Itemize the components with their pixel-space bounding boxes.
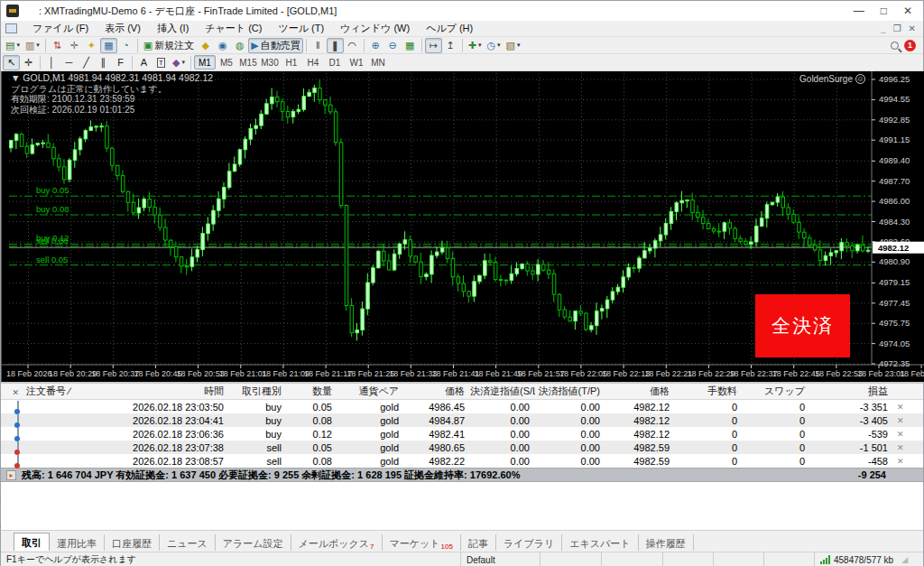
close-position-icon[interactable]: ✕ bbox=[893, 457, 924, 466]
terminal-button[interactable]: ▦ bbox=[100, 38, 117, 53]
menu-item[interactable]: ウィンドウ (W) bbox=[332, 21, 418, 35]
autotrading-button[interactable]: ▶自動売買 bbox=[248, 38, 302, 53]
market-watch-button[interactable]: ⇅ bbox=[49, 38, 66, 53]
menu-item[interactable]: 表示 (V) bbox=[97, 21, 149, 35]
ea-smiley-icon[interactable]: ☺ bbox=[855, 74, 865, 84]
timeframe-m30[interactable]: M30 bbox=[259, 55, 281, 70]
column-header[interactable]: 価格 bbox=[605, 385, 675, 398]
text-button[interactable]: A bbox=[135, 55, 152, 70]
data-window-button[interactable]: ✛ bbox=[66, 38, 83, 53]
column-header[interactable]: 数量 bbox=[287, 385, 337, 398]
chart-shift-button[interactable]: ↥ bbox=[442, 38, 459, 53]
close-position-icon[interactable]: ✕ bbox=[893, 443, 924, 452]
notification-badge[interactable]: 1 bbox=[904, 40, 916, 51]
terminal-tab[interactable]: 操作履歴 bbox=[639, 534, 694, 551]
strategy-tester-button[interactable]: ◔ bbox=[117, 38, 134, 53]
timeframe-m1[interactable]: M1 bbox=[194, 55, 216, 70]
minimize-button[interactable]: — bbox=[854, 5, 864, 17]
terminal-tab[interactable]: 取引 bbox=[14, 533, 50, 551]
bar-chart-button[interactable]: ‖ bbox=[310, 38, 327, 53]
signals-button[interactable]: ◍ bbox=[231, 38, 248, 53]
metaeditor-button[interactable]: ◆ bbox=[197, 38, 214, 53]
terminal-tab[interactable]: マーケット105 bbox=[383, 534, 461, 551]
order-row[interactable]: 2026.02.18 23:07:38sell0.05gold4980.650.… bbox=[1, 441, 923, 454]
periods-button[interactable]: ◷▾ bbox=[484, 38, 503, 53]
trendline-button[interactable]: ╱ bbox=[78, 55, 95, 70]
candlestick-chart-button[interactable]: ❚ bbox=[327, 38, 344, 53]
timeframe-h1[interactable]: H1 bbox=[281, 55, 302, 70]
auto-scroll-button[interactable]: ↦ bbox=[425, 38, 442, 53]
order-row[interactable]: 2026.02.18 23:04:41buy0.08gold4984.870.0… bbox=[1, 413, 923, 427]
vertical-line-button[interactable]: │ bbox=[43, 55, 60, 70]
time-axis-label: 18 Feb 22:21 bbox=[644, 369, 692, 378]
status-profile[interactable]: Default bbox=[461, 552, 541, 566]
tile-windows-button[interactable]: ▦ bbox=[402, 38, 419, 53]
community-button[interactable]: ◉ bbox=[214, 38, 231, 53]
new-order-button[interactable]: ▣新規注文 bbox=[141, 38, 197, 53]
menu-item[interactable]: ツール (T) bbox=[270, 21, 332, 35]
balance-expand-icon[interactable]: ▸ bbox=[6, 470, 16, 480]
menu-item[interactable]: ヘルプ (H) bbox=[418, 21, 481, 35]
channel-button[interactable]: ∥ bbox=[95, 55, 112, 70]
timeframe-d1[interactable]: D1 bbox=[324, 55, 346, 70]
chart-canvas[interactable]: buy 0.05buy 0.08buy 0.12sell 0.05sell 0.… bbox=[1, 71, 923, 382]
close-button[interactable]: ✕ bbox=[903, 5, 912, 17]
terminal-tab[interactable]: エキスパート bbox=[562, 534, 638, 551]
indicators-button[interactable]: ✚▾ bbox=[466, 38, 485, 53]
line-chart-button[interactable]: ◠ bbox=[344, 38, 361, 53]
timeframe-mn[interactable]: MN bbox=[367, 55, 389, 70]
profiles-button[interactable]: ▥▾ bbox=[23, 38, 42, 53]
mdi-restore-button[interactable]: ❐ bbox=[893, 23, 901, 33]
column-header[interactable]: 時間 bbox=[128, 385, 229, 398]
timeframe-m5[interactable]: M5 bbox=[216, 55, 237, 70]
terminal-tab[interactable]: 記事 bbox=[461, 534, 496, 551]
column-header[interactable]: 価格 bbox=[404, 385, 470, 398]
terminal-close-icon[interactable]: ✕ bbox=[9, 388, 19, 397]
terminal-tab[interactable]: 運用比率 bbox=[50, 534, 105, 551]
column-header[interactable]: 通貨ペア bbox=[337, 385, 404, 398]
terminal-tab[interactable]: ニュース bbox=[160, 534, 216, 551]
timeframe-w1[interactable]: W1 bbox=[346, 55, 367, 70]
timeframe-h4[interactable]: H4 bbox=[302, 55, 324, 70]
order-row[interactable]: 2026.02.18 23:03:50buy0.05gold4986.450.0… bbox=[1, 400, 923, 413]
resize-grip[interactable] bbox=[897, 555, 908, 564]
close-position-icon[interactable]: ✕ bbox=[893, 430, 924, 439]
column-header[interactable]: 決済逆指値(S/L) bbox=[470, 385, 535, 398]
terminal-tab[interactable]: メールボックス7 bbox=[291, 534, 383, 551]
terminal-tab[interactable]: 口座履歴 bbox=[105, 534, 160, 551]
timeframe-m15[interactable]: M15 bbox=[237, 55, 259, 70]
mdi-close-button[interactable]: ✕ bbox=[909, 23, 916, 33]
column-header[interactable]: 損益 bbox=[810, 385, 893, 398]
new-chart-button[interactable]: ▤▾ bbox=[3, 38, 23, 53]
maximize-button[interactable]: □ bbox=[881, 5, 887, 17]
menu-item[interactable]: ファイル (F) bbox=[24, 21, 97, 35]
column-header[interactable]: 決済指値(T/P) bbox=[535, 385, 605, 398]
close-position-icon[interactable]: ✕ bbox=[893, 403, 924, 412]
terminal-tab[interactable]: ライブラリ bbox=[496, 534, 562, 551]
crosshair-button[interactable]: ✛ bbox=[20, 55, 37, 70]
navigator-button[interactable]: ✦ bbox=[83, 38, 100, 53]
order-row[interactable]: 2026.02.18 23:06:36buy0.12gold4982.410.0… bbox=[1, 427, 923, 441]
terminal-tab[interactable]: アラーム設定 bbox=[216, 534, 291, 551]
column-header[interactable]: 取引種別 bbox=[229, 385, 287, 398]
mdi-minimize-button[interactable]: _ bbox=[881, 23, 886, 33]
new-chart-icon: ▤ bbox=[5, 41, 14, 51]
zoom-in-button[interactable]: ⊕ bbox=[367, 38, 384, 53]
cursor-button[interactable]: ↖ bbox=[3, 55, 20, 70]
price-axis-label: 4974.05 bbox=[879, 339, 910, 348]
text-label-button[interactable]: T bbox=[152, 55, 170, 70]
order-row[interactable]: 2026.02.18 23:08:57sell0.08gold4982.220.… bbox=[1, 454, 923, 468]
fibonacci-button[interactable]: F bbox=[112, 55, 129, 70]
horizontal-line-button[interactable]: ─ bbox=[60, 55, 78, 70]
arrows-button[interactable]: ◆▾ bbox=[170, 55, 188, 70]
column-header[interactable]: 注文番号 ∕ bbox=[24, 385, 128, 398]
column-header[interactable]: スワップ bbox=[743, 385, 810, 398]
close-all-button[interactable]: 全決済 bbox=[755, 294, 850, 357]
close-position-icon[interactable]: ✕ bbox=[893, 416, 924, 425]
menu-item[interactable]: 挿入 (I) bbox=[149, 21, 197, 35]
column-header[interactable]: 手数料 bbox=[675, 385, 743, 398]
menu-item[interactable]: チャート (C) bbox=[197, 21, 270, 35]
zoom-out-button[interactable]: ⊖ bbox=[384, 38, 402, 53]
search-icon[interactable] bbox=[891, 42, 899, 50]
templates-button[interactable]: ▧▾ bbox=[504, 38, 523, 53]
